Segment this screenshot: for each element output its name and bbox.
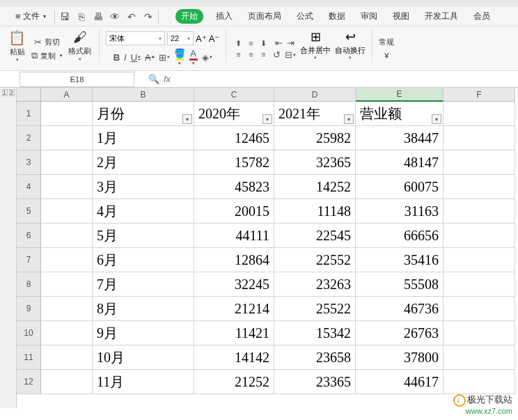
tab-data[interactable]: 数据 (326, 8, 348, 24)
tab-review[interactable]: 审阅 (358, 8, 380, 24)
cell-B9[interactable]: 8月 (93, 297, 194, 321)
cell-C2[interactable]: 12465 (194, 126, 274, 150)
cell-E6[interactable]: 66656 (356, 224, 444, 248)
cell-E7[interactable]: 35416 (356, 248, 444, 272)
cell-B7[interactable]: 6月 (93, 248, 194, 272)
cell-D2[interactable]: 25982 (274, 126, 356, 150)
cell-B10[interactable]: 9月 (93, 321, 194, 345)
cell-A7[interactable] (41, 248, 93, 272)
cell-D11[interactable]: 23658 (274, 345, 356, 370)
cell-B1[interactable]: 月份▾ (93, 102, 194, 126)
currency-icon[interactable]: ¥ (384, 52, 388, 60)
cell-B5[interactable]: 4月 (93, 199, 194, 224)
cell-C12[interactable]: 21252 (194, 370, 274, 394)
cell-D6[interactable]: 22545 (274, 224, 356, 248)
cell-E11[interactable]: 37800 (356, 345, 444, 370)
filter-arrow-icon[interactable]: ▾ (344, 114, 354, 124)
cell-F9[interactable] (444, 297, 515, 321)
format-painter-button[interactable]: 🖌 格式刷 (67, 29, 93, 62)
row-header-11[interactable]: 11 (17, 345, 41, 370)
outline-bar[interactable]: 12 (0, 88, 17, 408)
row-header-1[interactable]: 1 (17, 102, 41, 126)
cell-D7[interactable]: 22552 (274, 248, 356, 272)
bold-button[interactable]: B (113, 52, 120, 63)
increase-font-icon[interactable]: A⁺ (196, 33, 207, 44)
align-bottom-icon[interactable]: ⬇ (258, 38, 269, 48)
column-header-E[interactable]: E (356, 88, 444, 102)
row-header-12[interactable]: 12 (17, 370, 41, 394)
font-name-select[interactable]: 宋体 (106, 31, 165, 45)
column-header-D[interactable]: D (274, 88, 356, 102)
cell-F5[interactable] (444, 199, 515, 224)
select-all-corner[interactable] (17, 88, 41, 102)
row-header-4[interactable]: 4 (17, 175, 41, 199)
align-center-icon[interactable]: ≡ (245, 49, 256, 59)
cell-C7[interactable]: 12864 (194, 248, 274, 272)
cut-button[interactable]: ✂剪切 (34, 36, 60, 48)
cell-E8[interactable]: 55508 (356, 272, 444, 297)
cell-A4[interactable] (41, 175, 93, 199)
print-preview-icon[interactable]: 👁 (109, 11, 120, 22)
tab-insert[interactable]: 插入 (213, 8, 235, 24)
cell-B4[interactable]: 3月 (93, 175, 194, 199)
cell-B8[interactable]: 7月 (93, 272, 194, 297)
print-icon[interactable]: 🖶 (93, 11, 104, 22)
fill-color-button[interactable]: 🪣▾ (174, 48, 185, 66)
cell-A12[interactable] (41, 370, 93, 394)
cell-A8[interactable] (41, 272, 93, 297)
font-color-button[interactable]: A▾ (189, 48, 198, 66)
cell-E3[interactable]: 48147 (356, 150, 444, 175)
font-size-select[interactable]: 22 (167, 31, 194, 45)
cell-E4[interactable]: 60075 (356, 175, 444, 199)
border-button[interactable]: ⊞ (159, 52, 170, 63)
row-header-6[interactable]: 6 (17, 224, 41, 248)
cell-C11[interactable]: 14142 (194, 345, 274, 370)
filter-arrow-icon[interactable]: ▾ (262, 114, 272, 124)
cell-E5[interactable]: 31163 (356, 199, 444, 224)
strikethrough-button[interactable]: A (145, 52, 155, 63)
cell-C3[interactable]: 15782 (194, 150, 274, 175)
column-header-F[interactable]: F (444, 88, 515, 102)
merge-center-button[interactable]: ⊞ 合并居中 (300, 29, 331, 61)
style-button[interactable]: ◈ (202, 52, 212, 63)
cell-C4[interactable]: 45823 (194, 175, 274, 199)
cell-A10[interactable] (41, 321, 93, 345)
row-header-7[interactable]: 7 (17, 248, 41, 272)
cell-F8[interactable] (444, 272, 515, 297)
underline-button[interactable]: U (131, 52, 141, 63)
cell-F2[interactable] (444, 126, 515, 150)
cell-A3[interactable] (41, 150, 93, 175)
cell-E2[interactable]: 38447 (356, 126, 444, 150)
tab-page-layout[interactable]: 页面布局 (245, 8, 284, 24)
text-direction-icon[interactable]: ⊟ (285, 49, 296, 60)
cell-D9[interactable]: 25522 (274, 297, 356, 321)
filter-arrow-icon[interactable]: ▾ (182, 114, 192, 124)
column-header-C[interactable]: C (194, 88, 274, 102)
cell-F4[interactable] (444, 175, 515, 199)
cell-D8[interactable]: 23263 (274, 272, 356, 297)
save-as-icon[interactable]: ⎘ (76, 11, 87, 22)
cell-B3[interactable]: 2月 (93, 150, 194, 175)
cell-A6[interactable] (41, 224, 93, 248)
tab-member[interactable]: 会员 (471, 8, 493, 24)
zoom-formula-icon[interactable]: 🔍 (148, 74, 159, 84)
tab-start[interactable]: 开始 (175, 9, 203, 24)
cell-B6[interactable]: 5月 (93, 224, 194, 248)
align-top-icon[interactable]: ⬆ (233, 38, 244, 48)
cell-D1[interactable]: 2021年▾ (274, 102, 356, 126)
orientation-icon[interactable]: ↺ (273, 49, 281, 60)
cell-A9[interactable] (41, 297, 93, 321)
cell-C5[interactable]: 20015 (194, 199, 274, 224)
cell-B2[interactable]: 1月 (93, 126, 194, 150)
row-header-3[interactable]: 3 (17, 150, 41, 175)
cell-D5[interactable]: 11148 (274, 199, 356, 224)
cell-B12[interactable]: 11月 (93, 370, 194, 394)
cell-A11[interactable] (41, 345, 93, 370)
italic-button[interactable]: I (124, 52, 127, 63)
cell-E1[interactable]: 营业额▾ (356, 102, 444, 126)
cell-A5[interactable] (41, 199, 93, 224)
cell-B11[interactable]: 10月 (93, 345, 194, 370)
wrap-text-button[interactable]: ↩ 自动换行 (335, 29, 366, 61)
copy-button[interactable]: ⧉复制▾ (31, 49, 63, 62)
row-header-5[interactable]: 5 (17, 199, 41, 224)
